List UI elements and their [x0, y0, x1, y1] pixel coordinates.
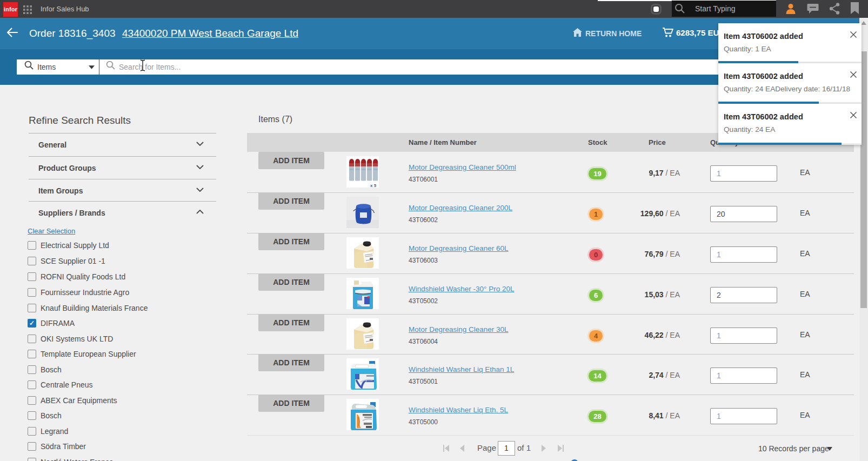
svg-text:x 5: x 5 [370, 183, 377, 188]
